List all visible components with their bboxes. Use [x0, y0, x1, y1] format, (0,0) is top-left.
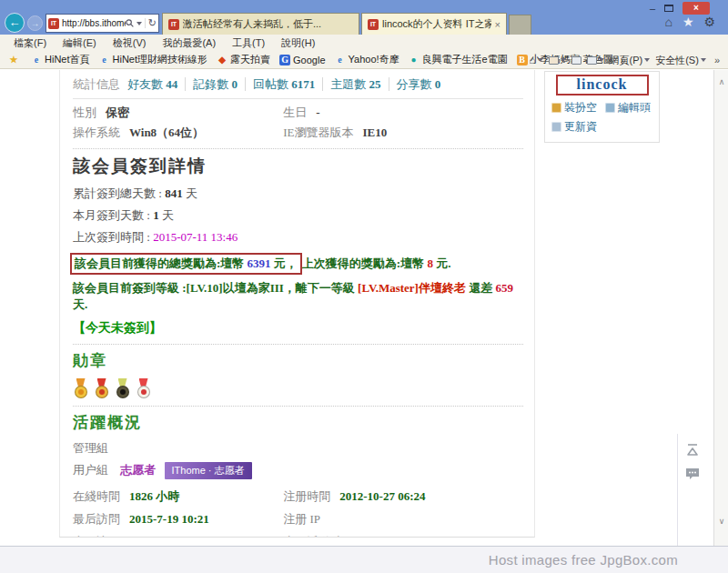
top-stat-link[interactable]: 回帖數 6171 [245, 77, 322, 91]
medal-icon[interactable] [73, 378, 88, 398]
checkin-month-days: 本月簽到天數 : 1 天 [73, 207, 523, 224]
favorites-item[interactable]: ◆ 露天拍賣 [212, 53, 275, 66]
favorite-site-label: 露天拍賣 [230, 53, 270, 66]
divider [73, 148, 523, 149]
home-menu-button[interactable]: ⌂ [529, 54, 542, 66]
username[interactable]: lincock [577, 76, 628, 92]
tab-inactive[interactable]: IT 激活帖经常有人来捣乱，低于... [162, 13, 359, 35]
profile-main-column: 統計信息好友數 44記錄數 0回帖數 6171主題數 25分享數 0 性別保密 … [59, 70, 535, 538]
home-icon: ⌂ [529, 54, 535, 66]
menu-bar: 檔案(F) 編輯(E) 檢視(V) 我的最愛(A) 工具(T) 說明(H) [0, 35, 728, 51]
address-bar[interactable]: IT http://bbs.ithome.com/home.php?mod=sp… [46, 14, 159, 33]
menu-item[interactable]: 說明(H) [273, 36, 323, 50]
back-button[interactable]: ← [5, 13, 25, 33]
settings-gear-icon[interactable]: ⚙ [703, 15, 715, 29]
search-icon[interactable] [126, 19, 134, 27]
top-stat-link[interactable]: 主題數 25 [322, 77, 388, 91]
page-menu-button[interactable]: 網頁(P) [610, 54, 651, 67]
page-content: 統計信息好友數 44記錄數 0回帖數 6171主題數 25分享數 0 性別保密 … [0, 70, 728, 546]
profile-fields: 性別保密 生日- 操作系統Win8（64位） IE瀏覽器版本IE10 [73, 105, 523, 141]
profile-sidebar: lincock 裝扮空 編輯頭 更新資 [544, 71, 660, 143]
activity-section-title: 活躍概況 [73, 412, 523, 433]
forward-button[interactable]: → [27, 15, 43, 31]
maximize-button[interactable] [664, 5, 673, 12]
activity-row: 上次訪問 IP 上次活動時間2015-7-19 10:21 [73, 534, 523, 538]
favorites-item[interactable]: e Yahoo!奇摩 [330, 53, 404, 66]
profile-field-row: 操作系統Win8（64位） IE瀏覽器版本IE10 [73, 125, 523, 141]
toolbar-overflow-icon[interactable]: » [712, 55, 723, 65]
favorites-item[interactable]: e HiNet理財網技術線形 [95, 53, 213, 66]
tab-close-icon[interactable]: × [495, 19, 500, 30]
activity-rows: 在綫時間1826 小時 注册時間2012-10-27 06:24 最后訪問201… [73, 488, 523, 538]
minimize-button[interactable]: – [650, 4, 655, 14]
scroll-up-icon[interactable]: ∧ [714, 77, 728, 86]
mail-icon [571, 56, 581, 65]
favorites-star-icon[interactable]: ★ [682, 15, 694, 29]
favorite-site-icon: ★ [8, 55, 19, 65]
medal-icon[interactable] [94, 378, 109, 398]
medal-list [73, 378, 523, 398]
sidebar-link[interactable]: 更新資 [551, 119, 597, 135]
menu-item[interactable]: 檢視(V) [105, 36, 155, 50]
read-mail-button[interactable] [571, 56, 581, 65]
favorites-item[interactable]: G Google [275, 55, 329, 65]
profile-field-row: 性別保密 生日- [73, 105, 523, 121]
print-menu-button[interactable] [587, 56, 604, 65]
sidebar-link-icon [605, 103, 615, 113]
top-stat-link[interactable]: 分享數 0 [389, 77, 449, 91]
back-to-top-icon[interactable] [684, 443, 701, 457]
close-button[interactable]: × [682, 2, 710, 15]
favorites-item[interactable]: e HiNet首頁 [26, 53, 95, 66]
sidebar-link[interactable]: 裝扮空 [551, 100, 597, 116]
scroll-down-icon[interactable]: ∨ [714, 517, 728, 526]
favorite-site-label: Yahoo!奇摩 [349, 53, 399, 66]
feedback-comment-icon[interactable] [684, 467, 701, 481]
top-stat-link[interactable]: 記錄數 0 [185, 77, 245, 91]
browser-chrome: – × ← → IT http://bbs.ithome.com/home.ph… [0, 0, 728, 35]
menu-item[interactable]: 編輯(E) [55, 36, 105, 50]
address-dropdown-icon[interactable] [136, 22, 142, 25]
annotation-red-box: 該会員目前獲得的總獎勵為:壇幣 6391 元， [70, 253, 302, 275]
user-group-row: 用户組 志愿者 IThome · 志愿者 [73, 462, 523, 479]
tab-favicon: IT [368, 19, 379, 30]
checkin-last-time: 上次簽到時間 : 2015-07-11 13:46 [73, 229, 523, 246]
home-icon[interactable]: ⌂ [664, 15, 672, 29]
favorites-item[interactable]: ● 良興電子生活e電園 [404, 53, 512, 66]
safety-menu-button[interactable]: 安全性(S) [655, 54, 706, 67]
menu-item[interactable]: 工具(T) [224, 36, 273, 50]
chevron-down-icon [599, 58, 604, 62]
tab-label: lincock的个人资料 IT之家... [382, 17, 491, 31]
medal-icon[interactable] [115, 378, 130, 398]
favorite-site-icon: e [99, 55, 110, 65]
refresh-icon[interactable]: ↻ [145, 18, 157, 28]
username-annotation-box: lincock [556, 75, 649, 96]
new-tab-button[interactable] [509, 15, 531, 35]
sidebar-link[interactable]: 編輯頭 [605, 100, 651, 116]
favorites-item[interactable]: ★ [4, 55, 26, 65]
scrollbar[interactable]: ∧ ∨ [713, 70, 728, 546]
sidebar-link-icon [551, 122, 561, 132]
divider [73, 98, 523, 99]
tab-label: 激活帖经常有人来捣乱，低于... [183, 17, 353, 31]
host-credit-text[interactable]: Host images free JpgBox.com [489, 552, 678, 568]
tab-active-lincock-profile[interactable]: IT lincock的个人资料 IT之家... × [361, 13, 507, 35]
top-stat-link[interactable]: 好友數 44 [127, 77, 185, 91]
chevron-down-icon [538, 58, 543, 62]
menu-item[interactable]: 我的最愛(A) [154, 36, 224, 50]
site-favicon: IT [48, 18, 59, 29]
image-host-footer: Host images free JpgBox.com [0, 546, 728, 573]
print-icon [587, 56, 597, 65]
menu-item[interactable]: 檔案(F) [5, 36, 55, 50]
chevron-down-icon [644, 58, 650, 62]
sidebar-link-icon [551, 103, 561, 113]
medal-icon[interactable] [136, 378, 151, 398]
url-text[interactable]: http://bbs.ithome.com/home.php?mod=space… [62, 18, 126, 28]
user-group-link[interactable]: 志愿者 [120, 463, 156, 477]
favorite-site-label: HiNet理財網技術線形 [113, 53, 208, 66]
chevron-down-icon [561, 58, 566, 62]
top-statistics-row: 統計信息好友數 44記錄數 0回帖數 6171主題數 25分享數 0 [73, 76, 523, 93]
divider [73, 406, 523, 407]
favorite-site-icon: ◆ [217, 55, 228, 65]
feeds-menu-button[interactable] [549, 56, 566, 65]
window-controls: – × [650, 2, 710, 15]
